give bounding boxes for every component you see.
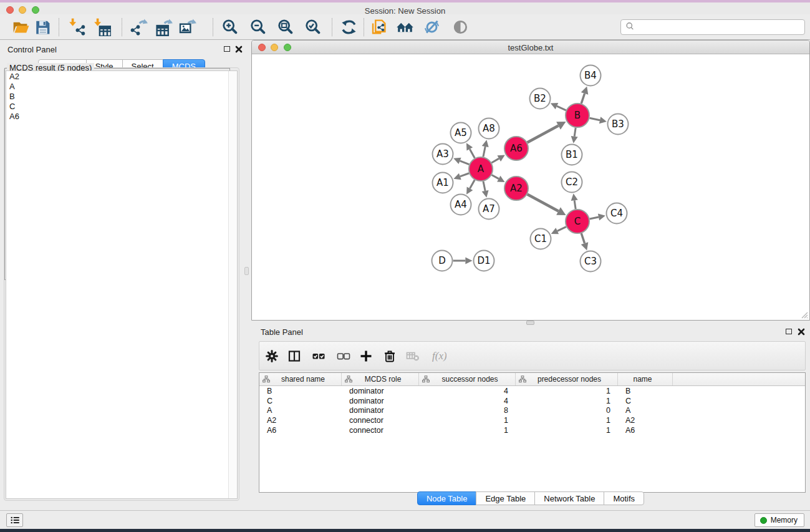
memory-button[interactable]: Memory	[755, 513, 804, 527]
edge-A6-B[interactable]	[528, 125, 559, 142]
edge-C-C2[interactable]	[574, 200, 576, 209]
edge-A-A6[interactable]	[491, 158, 499, 163]
table-row[interactable]: A2connector11A2	[259, 415, 805, 425]
network-canvas[interactable]: AA6A2BCA5A8A3A1A4A7B2B4B3B1C2C4C1C3DD1	[252, 55, 809, 320]
table-cell[interactable]: connector	[342, 426, 419, 435]
table-row[interactable]: A6connector11A6	[259, 425, 805, 435]
edge-B-B2[interactable]	[557, 106, 566, 110]
table-cell[interactable]: 1	[516, 416, 618, 425]
resize-grip-icon[interactable]	[799, 310, 808, 319]
edge-C-C3[interactable]	[581, 233, 584, 243]
table-cell[interactable]: dominator	[342, 406, 419, 415]
table-cell[interactable]: 8	[419, 406, 516, 415]
column-header-label: MCDS role	[352, 375, 418, 384]
column-header-predecessor-nodes[interactable]: predecessor nodes	[516, 373, 618, 385]
double-home-button[interactable]	[395, 17, 415, 37]
table-float-panel-icon[interactable]	[786, 329, 792, 334]
table-cell[interactable]: 0	[516, 406, 618, 415]
network-window-titlebar[interactable]: testGlobe.txt	[252, 41, 809, 54]
column-header-successor-nodes[interactable]: successor nodes	[419, 373, 516, 385]
column-header-MCDS-role[interactable]: MCDS role	[342, 373, 419, 385]
deselect-all-columns-button[interactable]	[334, 347, 353, 365]
table-cell[interactable]: A2	[259, 416, 342, 425]
mcds-result-item[interactable]: C	[6, 101, 237, 111]
edge-B-B3[interactable]	[590, 118, 600, 120]
delete-column-button[interactable]	[380, 347, 399, 365]
edge-A2-C[interactable]	[528, 195, 559, 211]
table-cell[interactable]: 4	[419, 387, 516, 395]
close-panel-icon[interactable]	[235, 44, 243, 56]
table-cell[interactable]: dominator	[342, 397, 419, 405]
table-cell[interactable]: A	[259, 406, 342, 415]
select-all-columns-button[interactable]	[309, 347, 328, 365]
search-input[interactable]	[635, 22, 804, 32]
edge-A-A8[interactable]	[483, 147, 485, 157]
edge-C-C1[interactable]	[557, 227, 566, 231]
export-image-button[interactable]	[177, 17, 197, 37]
tab-motifs[interactable]: Motifs	[604, 491, 644, 505]
edge-A-A4[interactable]	[470, 180, 475, 188]
hide-details-button[interactable]	[422, 17, 441, 37]
float-panel-icon[interactable]	[224, 46, 230, 52]
table-cell[interactable]: A	[618, 406, 673, 415]
table-cell[interactable]: B	[618, 387, 673, 395]
zoom-selected-button[interactable]	[302, 17, 322, 37]
mcds-result-item[interactable]: B	[6, 91, 237, 101]
duplicate-network-button[interactable]	[368, 17, 388, 37]
panel-list-button[interactable]	[6, 513, 23, 527]
settings-gear-button[interactable]	[263, 347, 281, 365]
tab-node-table[interactable]: Node Table	[417, 491, 477, 505]
table-row[interactable]: Bdominator41B	[259, 386, 805, 396]
table-cell[interactable]: C	[618, 397, 673, 405]
table-cell[interactable]: B	[259, 387, 342, 395]
table-row[interactable]: Cdominator41C	[259, 396, 805, 406]
zoom-in-button[interactable]	[219, 17, 239, 37]
node-label-C2: C2	[566, 177, 578, 188]
edge-A-A3[interactable]	[460, 161, 470, 165]
save-session-button[interactable]	[32, 17, 52, 37]
edge-C-C4[interactable]	[590, 217, 599, 219]
import-table-button[interactable]	[92, 17, 112, 37]
edge-B-B1[interactable]	[574, 128, 576, 137]
zoom-fit-button[interactable]	[275, 17, 295, 37]
refresh-layout-button[interactable]	[339, 17, 359, 37]
table-cell[interactable]: 1	[516, 426, 618, 435]
table-cell[interactable]: 1	[516, 387, 618, 395]
tab-network-table[interactable]: Network Table	[534, 491, 604, 505]
import-network-button[interactable]	[67, 17, 87, 37]
search-box[interactable]	[620, 19, 805, 35]
table-cell[interactable]: connector	[342, 416, 419, 425]
export-network-button[interactable]	[128, 17, 148, 37]
scrollbar-track[interactable]	[228, 71, 237, 498]
edge-A-A2[interactable]	[492, 175, 499, 179]
open-folder-button[interactable]	[10, 17, 30, 37]
add-column-button[interactable]	[357, 347, 375, 365]
split-columns-button[interactable]	[285, 347, 304, 365]
table-cell[interactable]: 1	[419, 416, 516, 425]
show-details-button[interactable]	[450, 17, 470, 37]
table-cell[interactable]: dominator	[342, 387, 419, 395]
table-cell[interactable]: 1	[516, 397, 618, 405]
vertical-splitter-grip[interactable]	[244, 267, 249, 275]
table-cell[interactable]: 1	[419, 426, 516, 435]
column-header-name[interactable]: name	[618, 373, 673, 385]
edge-A-A1[interactable]	[460, 173, 469, 177]
table-cell[interactable]: A6	[259, 426, 342, 435]
table-cell[interactable]: A2	[618, 416, 673, 425]
column-header-shared-name[interactable]: shared name	[259, 373, 342, 385]
zoom-out-button[interactable]	[248, 17, 268, 37]
table-row[interactable]: Adominator80A	[259, 405, 805, 415]
table-cell[interactable]: C	[259, 397, 342, 405]
edge-B-B4[interactable]	[581, 94, 584, 104]
table-cell[interactable]: A6	[618, 426, 673, 435]
edge-A-A5[interactable]	[470, 149, 475, 158]
tab-edge-table[interactable]: Edge Table	[476, 491, 535, 505]
export-table-button[interactable]	[153, 17, 173, 37]
edge-A-A7[interactable]	[483, 181, 485, 191]
table-close-panel-icon[interactable]	[798, 327, 805, 338]
table-cell[interactable]: 4	[419, 397, 516, 405]
mcds-result-list[interactable]: A2ABCA6	[6, 70, 238, 499]
mcds-result-item[interactable]: A2	[6, 71, 237, 81]
mcds-result-item[interactable]: A	[6, 81, 237, 91]
mcds-result-item[interactable]: A6	[6, 111, 237, 121]
